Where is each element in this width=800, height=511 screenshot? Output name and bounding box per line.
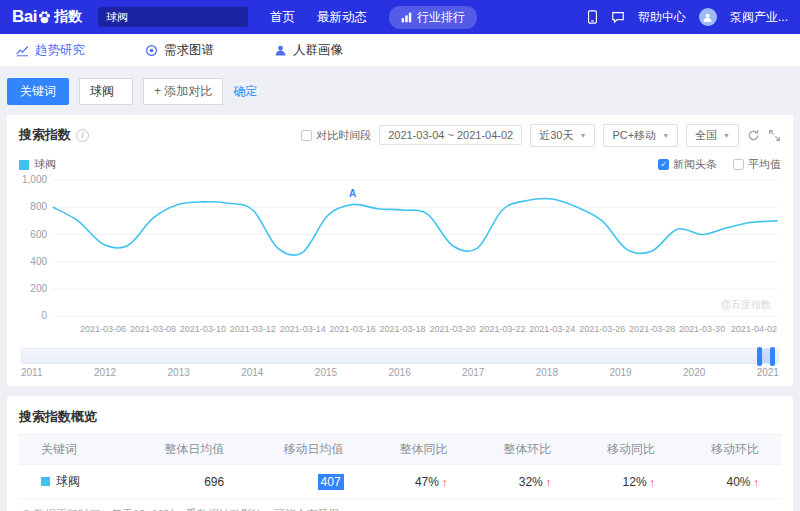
time-range-select[interactable]: 近30天 ▼: [530, 124, 595, 147]
logo-text-bai: Bai: [12, 7, 37, 27]
search-index-panel: 搜索指数 i 对比时间段 2021-03-04 ~ 2021-04-02 近30…: [7, 115, 793, 386]
panel-title-text: 搜索指数: [19, 126, 71, 144]
baidu-index-logo[interactable]: Bai 指数: [12, 7, 82, 27]
cell-overall-daily-avg: 696: [127, 465, 246, 499]
compare-period-checkbox[interactable]: [301, 130, 312, 141]
timeline-year-label: 2019: [609, 367, 631, 378]
top-navbar: Bai 指数 搜索 首页 最新动态 行业排行 帮助中心 泵阀产业...: [0, 0, 800, 34]
cell-mobile-daily-avg: 407: [246, 465, 365, 499]
add-compare-button[interactable]: + 添加对比: [143, 78, 223, 105]
timeline-handle-left[interactable]: [757, 347, 762, 366]
region-value: 全国: [695, 128, 717, 143]
svg-text:2021-03-08: 2021-03-08: [130, 324, 176, 334]
row-keyword-label: 球阀: [56, 473, 80, 490]
chevron-down-icon: ▼: [662, 132, 669, 139]
timeline-year-label: 2012: [94, 367, 116, 378]
average-toggle[interactable]: 平均值: [733, 157, 781, 172]
date-range-value: 2021-03-04 ~ 2021-04-02: [388, 129, 513, 141]
timeline-years: 2011201220132014201520162017201820192020…: [21, 367, 779, 378]
timeline-year-label: 2016: [388, 367, 410, 378]
svg-text:2021-03-20: 2021-03-20: [429, 324, 475, 334]
svg-text:200: 200: [30, 283, 47, 294]
confirm-button[interactable]: 确定: [233, 83, 257, 100]
legend-row: 球阀 ✓ 新闻头条 平均值: [19, 157, 781, 172]
page-content: 关键词 球阀 + 添加对比 确定 搜索指数 i 对比时间段 2021-03-04…: [0, 67, 800, 511]
svg-text:1,000: 1,000: [22, 174, 47, 185]
up-arrow-icon: ↑: [546, 476, 552, 488]
search-index-line-chart[interactable]: 02004006008001,0002021-03-062021-03-0820…: [19, 174, 781, 344]
timeline-year-label: 2018: [536, 367, 558, 378]
table-header-row: 关键词 整体日均值 移动日均值 整体同比 整体环比 移动同比 移动环比: [19, 435, 781, 465]
col-mobile-qoq: 移动环比: [677, 435, 781, 465]
baidu-paw-icon: [37, 10, 52, 25]
expand-icon[interactable]: [768, 129, 781, 142]
tab-trend-research[interactable]: 趋势研究: [16, 42, 85, 59]
svg-text:0: 0: [42, 310, 48, 321]
series-legend[interactable]: 球阀: [19, 157, 56, 172]
col-mobile-daily-avg: 移动日均值: [246, 435, 365, 465]
svg-text:2021-03-22: 2021-03-22: [479, 324, 525, 334]
avatar[interactable]: [699, 8, 717, 26]
chevron-down-icon: ▼: [723, 132, 730, 139]
col-mobile-yoy: 移动同比: [573, 435, 677, 465]
timeline-year-label: 2013: [168, 367, 190, 378]
radar-dot-icon: [145, 44, 158, 57]
keyword-bar: 关键词 球阀 + 添加对比 确定: [7, 78, 793, 105]
index-overview-panel: 搜索指数概览 关键词 整体日均值 移动日均值 整体同比 整体环比 移动同比 移动…: [7, 396, 793, 511]
date-range-picker[interactable]: 2021-03-04 ~ 2021-04-02: [379, 125, 522, 145]
industry-ranking-button[interactable]: 行业排行: [389, 6, 477, 29]
ranking-icon: [401, 12, 412, 23]
news-headlines-checkbox[interactable]: ✓: [658, 159, 669, 170]
username[interactable]: 泵阀产业...: [730, 9, 788, 26]
user-icon: [702, 12, 713, 23]
col-overall-daily-avg: 整体日均值: [127, 435, 246, 465]
logo-text-index: 指数: [54, 8, 82, 26]
series-swatch: [41, 477, 50, 486]
tab-label: 趋势研究: [35, 42, 85, 59]
chat-icon[interactable]: [611, 10, 625, 24]
chart-area: 02004006008001,0002021-03-062021-03-0820…: [19, 174, 781, 344]
search-input[interactable]: [98, 7, 248, 27]
info-icon[interactable]: i: [76, 129, 89, 142]
svg-text:2021-03-14: 2021-03-14: [280, 324, 326, 334]
chart-controls: 对比时间段 2021-03-04 ~ 2021-04-02 近30天 ▼ PC+…: [301, 124, 781, 147]
timeline-year-label: 2017: [462, 367, 484, 378]
svg-text:2021-03-12: 2021-03-12: [230, 324, 276, 334]
news-headlines-label: 新闻头条: [673, 157, 717, 172]
help-center-link[interactable]: 帮助中心: [638, 9, 686, 26]
up-arrow-icon: ↑: [754, 476, 760, 488]
mobile-app-icon[interactable]: [587, 10, 598, 24]
nav-news-link[interactable]: 最新动态: [317, 9, 367, 26]
timeline-handle-right[interactable]: [770, 347, 775, 366]
tab-audience-profile[interactable]: 人群画像: [274, 42, 343, 59]
navbar-search: 搜索: [98, 7, 248, 27]
table-row: 球阀 696 407 47%↑ 32%↑ 12%↑ 40%↑: [19, 465, 781, 499]
compare-period-control[interactable]: 对比时间段: [301, 128, 371, 143]
tab-demand-map[interactable]: 需求图谱: [145, 42, 214, 59]
region-select[interactable]: 全国 ▼: [686, 124, 739, 147]
legend-toggles: ✓ 新闻头条 平均值: [658, 157, 781, 172]
data-update-note: ① 数据更新时间：每天12~16时，受数据波动影响，可能会有延迟。: [21, 507, 779, 511]
nav-home-link[interactable]: 首页: [270, 9, 295, 26]
overview-table: 关键词 整体日均值 移动日均值 整体同比 整体环比 移动同比 移动环比 球阀: [19, 434, 781, 499]
svg-text:2021-03-30: 2021-03-30: [679, 324, 725, 334]
cell-mobile-yoy: 12%↑: [573, 465, 677, 499]
svg-text:2021-04-02: 2021-04-02: [731, 324, 777, 334]
chevron-down-icon: ▼: [579, 132, 586, 139]
tab-label: 人群画像: [293, 42, 343, 59]
keyword-chip[interactable]: 球阀: [79, 78, 133, 105]
timeline-year-label: 2021: [757, 367, 779, 378]
highlighted-value: 407: [318, 474, 344, 490]
check-icon: ✓: [660, 161, 667, 169]
svg-text:2021-03-10: 2021-03-10: [180, 324, 226, 334]
keyword-label-button[interactable]: 关键词: [7, 78, 69, 105]
cell-overall-yoy: 47%↑: [366, 465, 470, 499]
timeline-slider[interactable]: [21, 348, 779, 364]
news-headlines-toggle[interactable]: ✓ 新闻头条: [658, 157, 717, 172]
timeline-year-label: 2020: [683, 367, 705, 378]
row-keyword[interactable]: 球阀: [41, 473, 105, 490]
average-checkbox[interactable]: [733, 159, 744, 170]
timeline-year-label: 2014: [241, 367, 263, 378]
device-select[interactable]: PC+移动 ▼: [603, 124, 678, 147]
refresh-icon[interactable]: [747, 129, 760, 142]
